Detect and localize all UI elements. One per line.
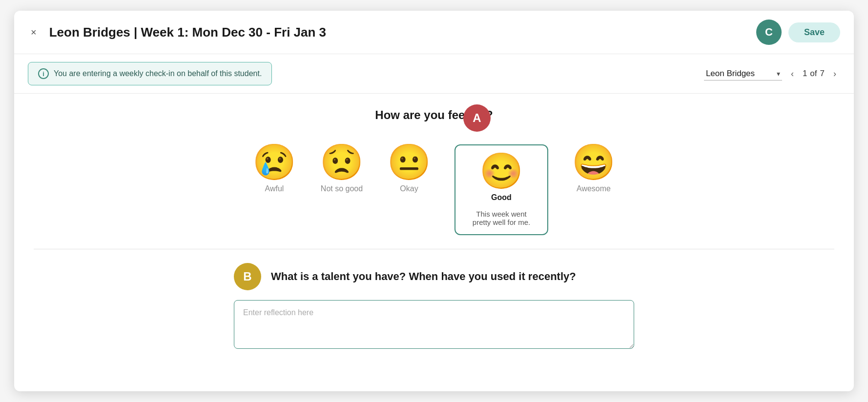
good-description: This week went pretty well for me.	[467, 210, 536, 226]
modal-container: × Leon Bridges | Week 1: Mon Dec 30 - Fr…	[14, 11, 854, 391]
badge-a-container: A	[463, 104, 491, 132]
notgood-label: Not so good	[321, 184, 363, 193]
feeling-awful[interactable]: 😢 Awful	[252, 144, 296, 193]
notgood-emoji: 😟	[320, 144, 364, 180]
feelings-row: 😢 Awful 😟 Not so good 😐 Okay 😊 Good	[34, 144, 834, 235]
page-indicator: 1 of 7	[803, 69, 825, 79]
question-b-header: B What is a talent you have? When have y…	[234, 263, 634, 290]
notice-text: You are entering a weekly check-in on be…	[54, 69, 262, 78]
prev-student-button[interactable]: ‹	[787, 67, 798, 81]
modal-header: × Leon Bridges | Week 1: Mon Dec 30 - Fr…	[14, 11, 854, 54]
header-right: C Save	[756, 20, 840, 45]
feeling-good[interactable]: 😊 Good This week went pretty well for me…	[455, 144, 548, 235]
question-a-section: How are you feeling? A 😢 Awful 😟 Not so …	[34, 108, 834, 235]
header-left: × Leon Bridges | Week 1: Mon Dec 30 - Fr…	[28, 25, 326, 40]
question-b-title: What is a talent you have? When have you…	[271, 270, 576, 283]
info-notice: i You are entering a weekly check-in on …	[28, 62, 272, 85]
feeling-not-so-good[interactable]: 😟 Not so good	[320, 144, 364, 193]
awesome-emoji: 😄	[572, 144, 616, 180]
student-nav: Leon Bridges ▾ ‹ 1 of 7 ›	[704, 67, 840, 81]
page-of-label: of	[810, 69, 817, 79]
page-current: 1	[803, 69, 807, 79]
okay-label: Okay	[400, 184, 418, 193]
info-icon: i	[38, 68, 49, 79]
save-button[interactable]: Save	[788, 22, 840, 42]
good-label: Good	[491, 193, 512, 202]
page-total: 7	[820, 69, 825, 79]
student-select[interactable]: Leon Bridges	[704, 67, 782, 80]
badge-b: B	[234, 263, 261, 290]
close-button[interactable]: ×	[28, 26, 40, 39]
awesome-label: Awesome	[577, 184, 611, 193]
feeling-awesome[interactable]: 😄 Awesome	[572, 144, 616, 193]
question-b-section: B What is a talent you have? When have y…	[34, 263, 834, 349]
page-title: Leon Bridges | Week 1: Mon Dec 30 - Fri …	[49, 25, 326, 40]
badge-a: A	[463, 104, 491, 132]
next-student-button[interactable]: ›	[829, 67, 840, 81]
section-divider	[34, 249, 834, 249]
feeling-okay[interactable]: 😐 Okay	[387, 144, 431, 193]
reflection-textarea[interactable]	[234, 300, 634, 349]
avatar: C	[756, 20, 782, 45]
good-emoji: 😊	[479, 153, 523, 188]
awful-label: Awful	[265, 184, 284, 193]
main-content: How are you feeling? A 😢 Awful 😟 Not so …	[14, 94, 854, 363]
info-bar: i You are entering a weekly check-in on …	[14, 54, 854, 94]
awful-emoji: 😢	[252, 144, 296, 180]
okay-emoji: 😐	[387, 144, 431, 180]
student-select-wrapper[interactable]: Leon Bridges ▾	[704, 67, 782, 80]
